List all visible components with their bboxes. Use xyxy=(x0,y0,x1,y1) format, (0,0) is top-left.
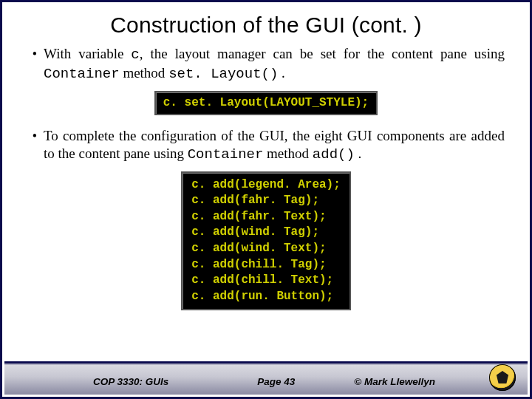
text: With variable xyxy=(44,46,131,61)
slide-content: With variable c, the layout manager can … xyxy=(2,45,530,310)
text: , the layout manager can be set for the … xyxy=(140,46,505,61)
bullet-2: To complete the configuration of the GUI… xyxy=(44,127,505,164)
inline-code: add() xyxy=(313,146,355,163)
code-box-1: c. set. Layout(LAYOUT_STYLE); xyxy=(154,91,378,116)
text: . xyxy=(355,146,362,161)
bullet-list: To complete the configuration of the GUI… xyxy=(27,127,505,164)
inline-code: Container xyxy=(44,66,120,82)
inline-code: set. Layout() xyxy=(168,66,278,82)
ucf-logo-icon xyxy=(489,364,516,391)
code-box-2: c. add(legend. Area); c. add(fahr. Tag);… xyxy=(181,171,351,311)
text: . xyxy=(278,65,285,81)
inline-code: Container xyxy=(188,146,264,163)
footer-course: COP 3330: GUIs xyxy=(93,376,168,387)
bullet-1: With variable c, the layout manager can … xyxy=(44,45,505,83)
bullet-list: With variable c, the layout manager can … xyxy=(27,45,505,83)
text: method xyxy=(263,146,313,161)
inline-code: c xyxy=(131,47,139,63)
footer-page: Page 43 xyxy=(257,376,295,387)
slide-title: Construction of the GUI (cont. ) xyxy=(17,13,515,38)
slide: Construction of the GUI (cont. ) With va… xyxy=(0,0,532,399)
text: method xyxy=(120,65,169,81)
footer-copyright: © Mark Llewellyn xyxy=(354,376,435,387)
footer-band: COP 3330: GUIs Page 43 © Mark Llewellyn xyxy=(4,364,528,395)
footer-row: COP 3330: GUIs Page 43 © Mark Llewellyn xyxy=(4,376,528,387)
